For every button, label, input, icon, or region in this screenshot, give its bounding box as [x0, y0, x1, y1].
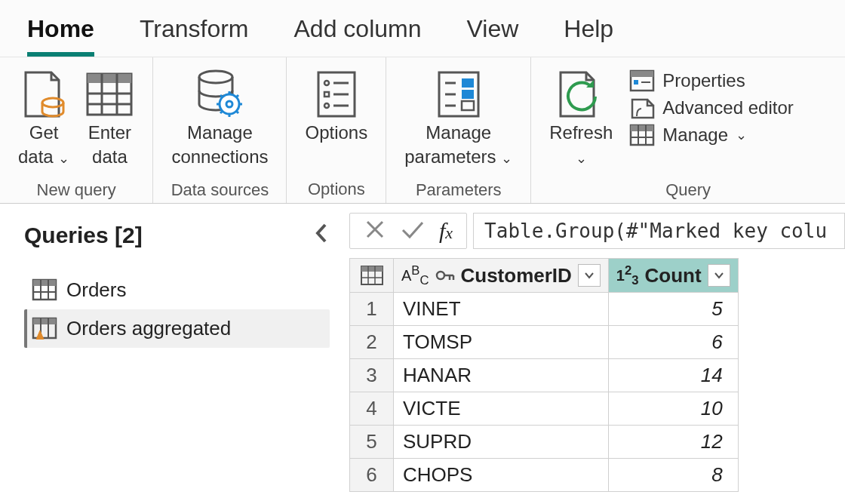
table-row[interactable]: 6CHOPS8: [350, 459, 739, 492]
tab-home[interactable]: Home: [27, 15, 94, 57]
svg-rect-33: [631, 71, 653, 77]
data-table: ABC CustomerID 123 Count: [349, 258, 739, 493]
table-corner-button[interactable]: [350, 258, 394, 293]
manage-button[interactable]: Manage ⌄: [629, 124, 793, 146]
chevron-down-icon: [584, 272, 595, 279]
svg-point-0: [42, 98, 63, 107]
column-header-count[interactable]: 123 Count: [608, 258, 738, 293]
cell-customerid[interactable]: VINET: [394, 293, 609, 326]
column-header-customerid[interactable]: ABC CustomerID: [394, 258, 609, 293]
parameters-icon: [436, 68, 481, 121]
svg-point-21: [324, 103, 329, 108]
ribbon-group-data-sources: Manage connections Data sources: [153, 57, 287, 203]
refresh-button[interactable]: Refresh⌄: [545, 65, 617, 173]
svg-line-17: [220, 95, 223, 97]
ribbon-group-label-data-sources: Data sources: [171, 177, 269, 200]
x-icon: [364, 218, 386, 241]
properties-button[interactable]: Properties: [629, 69, 793, 92]
cell-customerid[interactable]: TOMSP: [394, 326, 609, 359]
queries-sidebar: Queries [2] Orders Orders aggregated: [0, 204, 342, 496]
column-filter-button[interactable]: [578, 264, 601, 287]
ribbon-group-query: Refresh⌄ Properties Advanced editor Mana…: [531, 57, 845, 203]
manage-connections-button[interactable]: Manage connections: [167, 65, 272, 173]
table-icon: [32, 278, 57, 301]
ribbon-group-label-new-query: New query: [37, 177, 116, 200]
cell-count[interactable]: 8: [608, 459, 738, 492]
query-item-orders[interactable]: Orders: [24, 271, 330, 309]
table-row[interactable]: 3HANAR14: [350, 359, 739, 392]
key-icon: [435, 267, 455, 284]
svg-rect-30: [462, 90, 474, 99]
svg-rect-29: [462, 78, 474, 88]
query-item-label: Orders aggregated: [66, 317, 231, 340]
column-name: CustomerID: [461, 264, 572, 287]
queries-list: Orders Orders aggregated: [24, 271, 330, 348]
main-panel: fx Table.Group(#"Marked key colu ABC Cus…: [342, 204, 845, 496]
options-label: Options: [305, 121, 367, 145]
tab-add-column[interactable]: Add column: [294, 15, 422, 57]
cell-customerid[interactable]: VICTE: [394, 392, 609, 426]
refresh-icon: [556, 68, 606, 121]
ribbon-group-label-query: Query: [545, 177, 831, 200]
query-item-orders-aggregated[interactable]: Orders aggregated: [24, 309, 330, 348]
svg-line-14: [236, 95, 238, 97]
cell-count[interactable]: 14: [608, 359, 738, 392]
cell-count[interactable]: 6: [608, 326, 738, 359]
chevron-down-icon: ⌄: [736, 127, 747, 143]
manage-connections-label: Manage connections: [171, 121, 268, 170]
row-number: 3: [350, 359, 394, 392]
svg-rect-31: [462, 101, 474, 110]
tab-bar: Home Transform Add column View Help: [0, 0, 845, 57]
formula-input[interactable]: Table.Group(#"Marked key colu: [473, 213, 845, 249]
row-number: 5: [350, 426, 394, 459]
cell-customerid[interactable]: HANAR: [394, 359, 609, 392]
table-row[interactable]: 1VINET5: [350, 293, 739, 326]
table-row[interactable]: 2TOMSP6: [350, 326, 739, 359]
number-type-icon: 123: [616, 263, 639, 288]
tab-view[interactable]: View: [467, 15, 519, 57]
column-filter-button[interactable]: [708, 264, 730, 287]
cancel-formula-button[interactable]: [364, 218, 386, 244]
apply-formula-button[interactable]: [400, 218, 426, 244]
ribbon: Get data ⌄ Enter data New query: [0, 57, 845, 203]
get-data-button[interactable]: Get data ⌄: [14, 65, 74, 173]
row-number: 1: [350, 293, 394, 326]
options-button[interactable]: Options: [300, 65, 372, 172]
advanced-editor-button[interactable]: Advanced editor: [629, 97, 793, 119]
advanced-editor-icon: [629, 97, 655, 119]
svg-point-19: [324, 81, 329, 85]
cell-count[interactable]: 5: [608, 293, 738, 326]
manage-parameters-button[interactable]: Manage parameters ⌄: [400, 65, 517, 173]
cell-customerid[interactable]: CHOPS: [394, 459, 609, 492]
collapse-sidebar-button[interactable]: [313, 222, 330, 250]
cell-count[interactable]: 12: [608, 426, 738, 459]
ribbon-group-label-parameters: Parameters: [416, 177, 502, 200]
chevron-left-icon: [313, 222, 330, 244]
queries-pane-title: Queries [2]: [24, 223, 143, 248]
database-gear-icon: [193, 68, 246, 121]
query-item-label: Orders: [66, 278, 126, 302]
enter-data-button[interactable]: Enter data: [80, 65, 139, 173]
manage-parameters-label: Manage parameters ⌄: [404, 121, 512, 170]
options-list-icon: [315, 68, 358, 121]
svg-point-7: [199, 71, 232, 83]
properties-label: Properties: [662, 70, 745, 91]
properties-icon: [629, 69, 655, 92]
manage-table-icon: [629, 124, 655, 146]
svg-rect-20: [324, 92, 329, 97]
tab-help[interactable]: Help: [564, 15, 613, 57]
table-row[interactable]: 4VICTE10: [350, 392, 739, 426]
cell-customerid[interactable]: SUPRD: [394, 426, 609, 459]
svg-rect-37: [631, 125, 653, 131]
svg-line-15: [220, 111, 223, 113]
table-icon: [361, 266, 383, 285]
get-data-label: Get data ⌄: [18, 121, 69, 170]
tab-transform[interactable]: Transform: [140, 15, 249, 57]
svg-point-55: [437, 272, 444, 279]
content-area: Queries [2] Orders Orders aggregated: [0, 203, 845, 496]
svg-rect-34: [634, 80, 638, 85]
cell-count[interactable]: 10: [608, 392, 738, 426]
table-row[interactable]: 5SUPRD12: [350, 426, 739, 459]
chevron-down-icon: [714, 272, 724, 279]
table-fx-icon: [32, 317, 57, 340]
